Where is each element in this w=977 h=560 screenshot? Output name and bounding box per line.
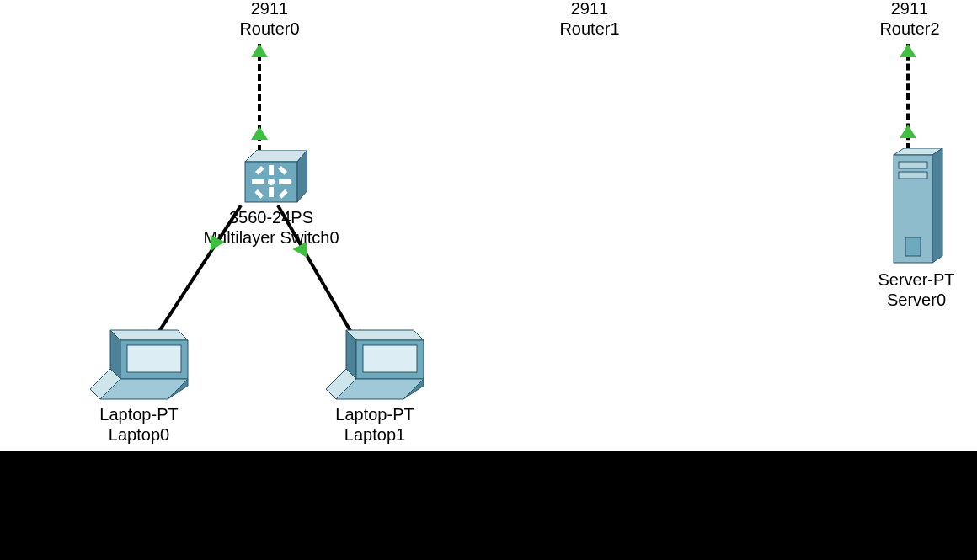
- laptop1-name: Laptop1: [303, 424, 446, 445]
- device-laptop0[interactable]: Laptop-PT Laptop0: [67, 327, 211, 445]
- router1-model: 2911: [539, 0, 640, 19]
- svg-rect-7: [279, 179, 291, 184]
- svg-rect-22: [363, 345, 417, 372]
- svg-rect-5: [269, 187, 274, 197]
- svg-rect-6: [252, 179, 264, 184]
- link-status-icon: [251, 44, 268, 57]
- multilayer-switch-icon: [235, 150, 307, 204]
- router0-model: 2911: [219, 0, 320, 19]
- router2-name: Router2: [859, 19, 960, 39]
- device-server0[interactable]: Server-PT Server0: [857, 148, 975, 310]
- svg-rect-29: [899, 162, 927, 168]
- server0-type: Server-PT: [857, 269, 975, 290]
- server0-name: Server0: [857, 290, 975, 310]
- svg-rect-31: [905, 237, 921, 256]
- network-topology-canvas[interactable]: 2911 Router0 2911 Router1 2911 Router2: [0, 0, 977, 451]
- svg-marker-28: [932, 148, 942, 263]
- decorative-corner: [0, 0, 168, 67]
- device-router2[interactable]: 2911 Router2: [859, 0, 960, 39]
- router2-model: 2911: [859, 0, 960, 19]
- link-status-icon: [900, 125, 916, 138]
- svg-rect-4: [269, 165, 274, 175]
- laptop-icon: [88, 327, 190, 403]
- svg-marker-19: [346, 330, 424, 340]
- laptop0-type: Laptop-PT: [67, 404, 211, 424]
- svg-marker-0: [245, 150, 307, 162]
- svg-marker-12: [110, 330, 188, 340]
- router0-name: Router0: [219, 19, 320, 39]
- switch0-model: 3560-24PS: [195, 207, 347, 227]
- laptop1-type: Laptop-PT: [303, 404, 446, 424]
- link-status-icon: [251, 126, 268, 140]
- cli-terminal[interactable]: Router(config)#ip dhcp excluded-address …: [0, 451, 977, 560]
- terminal-output: Router(config)#ip dhcp excluded-address …: [5, 504, 972, 560]
- svg-rect-15: [127, 345, 181, 372]
- device-router0[interactable]: 2911 Router0: [219, 0, 320, 39]
- server-icon: [887, 148, 946, 266]
- device-router1[interactable]: 2911 Router1: [539, 0, 640, 39]
- svg-point-3: [268, 179, 275, 185]
- laptop0-name: Laptop0: [67, 424, 211, 445]
- link-status-icon: [900, 44, 916, 57]
- laptop-icon: [324, 327, 425, 403]
- router1-name: Router1: [539, 19, 640, 39]
- device-laptop1[interactable]: Laptop-PT Laptop1: [303, 327, 446, 445]
- svg-rect-30: [899, 172, 927, 179]
